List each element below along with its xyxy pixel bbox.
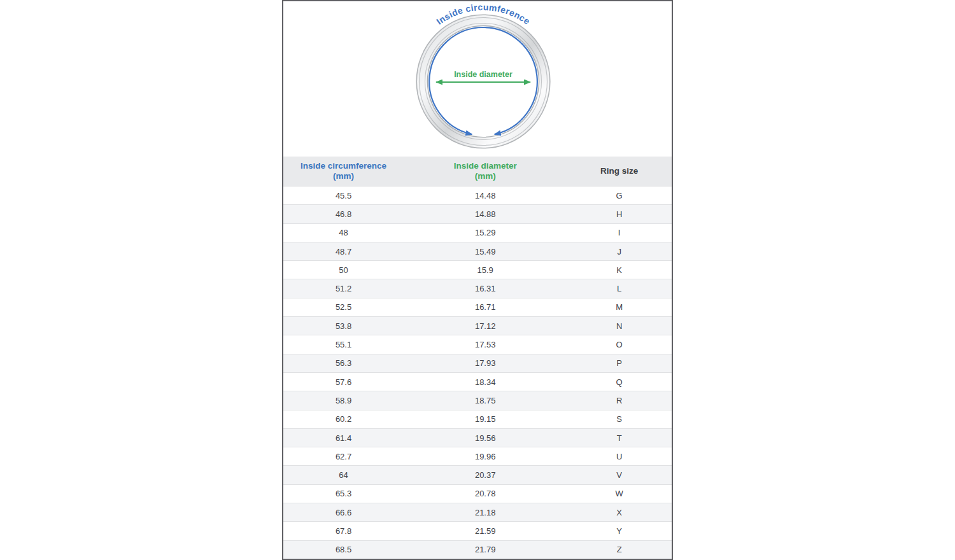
cell-ring-size: P bbox=[567, 354, 672, 372]
cell-inside-diameter: 17.12 bbox=[404, 317, 567, 335]
table-row: 46.8 14.88 H bbox=[283, 205, 672, 223]
cell-inside-diameter: 17.93 bbox=[404, 354, 567, 372]
cell-ring-size: T bbox=[567, 428, 672, 447]
cell-inside-diameter: 18.75 bbox=[404, 391, 567, 410]
cell-inside-circumference: 68.5 bbox=[283, 540, 404, 559]
cell-inside-diameter: 16.71 bbox=[404, 298, 567, 316]
cell-inside-circumference: 60.2 bbox=[283, 410, 404, 428]
cell-inside-circumference: 58.9 bbox=[283, 391, 404, 410]
table-row: 50 15.9 K bbox=[283, 261, 672, 279]
cell-ring-size: Z bbox=[567, 540, 672, 559]
table-row: 62.7 19.96 U bbox=[283, 447, 672, 466]
cell-inside-circumference: 67.8 bbox=[283, 522, 404, 540]
cell-ring-size: Y bbox=[567, 522, 672, 540]
cell-ring-size: H bbox=[567, 205, 672, 223]
cell-inside-circumference: 61.4 bbox=[283, 428, 404, 447]
cell-inside-circumference: 57.6 bbox=[283, 372, 404, 391]
table-row: 48 15.29 I bbox=[283, 223, 672, 242]
table-row: 52.5 16.71 M bbox=[283, 298, 672, 316]
cell-inside-diameter: 21.79 bbox=[404, 540, 567, 559]
cell-ring-size: I bbox=[567, 223, 672, 242]
cell-ring-size: G bbox=[567, 186, 672, 205]
header-inside-circumference: Inside circumference (mm) bbox=[283, 157, 404, 186]
cell-inside-circumference: 53.8 bbox=[283, 317, 404, 335]
cell-ring-size: U bbox=[567, 447, 672, 466]
cell-ring-size: V bbox=[567, 466, 672, 484]
table-row: 66.6 21.18 X bbox=[283, 503, 672, 522]
cell-inside-diameter: 21.18 bbox=[404, 503, 567, 522]
cell-inside-circumference: 48 bbox=[283, 223, 404, 242]
cell-inside-diameter: 19.56 bbox=[404, 428, 567, 447]
cell-ring-size: W bbox=[567, 484, 672, 503]
table-body: 45.5 14.48 G 46.8 14.88 H 48 15.29 I 48.… bbox=[283, 186, 672, 559]
table-row: 61.4 19.56 T bbox=[283, 428, 672, 447]
header-ring-size: Ring size bbox=[567, 157, 672, 186]
cell-inside-diameter: 14.48 bbox=[404, 186, 567, 205]
table-header-row: Inside circumference (mm) Inside diamete… bbox=[283, 157, 672, 186]
cell-ring-size: J bbox=[567, 242, 672, 260]
cell-inside-diameter: 20.37 bbox=[404, 466, 567, 484]
cell-inside-diameter: 19.15 bbox=[404, 410, 567, 428]
cell-inside-circumference: 55.1 bbox=[283, 335, 404, 354]
table-row: 64 20.37 V bbox=[283, 466, 672, 484]
cell-inside-circumference: 50 bbox=[283, 261, 404, 279]
cell-inside-diameter: 15.29 bbox=[404, 223, 567, 242]
cell-ring-size: O bbox=[567, 335, 672, 354]
cell-ring-size: M bbox=[567, 298, 672, 316]
cell-inside-circumference: 46.8 bbox=[283, 205, 404, 223]
cell-inside-circumference: 65.3 bbox=[283, 484, 404, 503]
content-frame: Inside diameter Inside circumference Ins… bbox=[282, 0, 673, 560]
cell-inside-diameter: 15.49 bbox=[404, 242, 567, 260]
cell-ring-size: L bbox=[567, 279, 672, 298]
table-row: 65.3 20.78 W bbox=[283, 484, 672, 503]
cell-inside-circumference: 51.2 bbox=[283, 279, 404, 298]
table-row: 45.5 14.48 G bbox=[283, 186, 672, 205]
cell-inside-circumference: 45.5 bbox=[283, 186, 404, 205]
diameter-label: Inside diameter bbox=[454, 70, 513, 79]
table-row: 60.2 19.15 S bbox=[283, 410, 672, 428]
cell-inside-circumference: 64 bbox=[283, 466, 404, 484]
table-row: 48.7 15.49 J bbox=[283, 242, 672, 260]
table-row: 57.6 18.34 Q bbox=[283, 372, 672, 391]
cell-inside-circumference: 48.7 bbox=[283, 242, 404, 260]
table-row: 55.1 17.53 O bbox=[283, 335, 672, 354]
cell-inside-diameter: 20.78 bbox=[404, 484, 567, 503]
cell-inside-diameter: 18.34 bbox=[404, 372, 567, 391]
circumference-arc bbox=[429, 27, 537, 134]
table-row: 58.9 18.75 R bbox=[283, 391, 672, 410]
cell-ring-size: X bbox=[567, 503, 672, 522]
cell-ring-size: K bbox=[567, 261, 672, 279]
table-row: 56.3 17.93 P bbox=[283, 354, 672, 372]
table-row: 68.5 21.79 Z bbox=[283, 540, 672, 559]
ring-diagram: Inside diameter Inside circumference bbox=[283, 1, 672, 157]
ring-size-table: Inside circumference (mm) Inside diamete… bbox=[283, 157, 672, 559]
cell-inside-circumference: 56.3 bbox=[283, 354, 404, 372]
cell-inside-circumference: 52.5 bbox=[283, 298, 404, 316]
cell-ring-size: Q bbox=[567, 372, 672, 391]
table-row: 51.2 16.31 L bbox=[283, 279, 672, 298]
cell-inside-diameter: 19.96 bbox=[404, 447, 567, 466]
cell-inside-circumference: 66.6 bbox=[283, 503, 404, 522]
cell-inside-diameter: 17.53 bbox=[404, 335, 567, 354]
cell-ring-size: S bbox=[567, 410, 672, 428]
cell-inside-diameter: 15.9 bbox=[404, 261, 567, 279]
table-row: 67.8 21.59 Y bbox=[283, 522, 672, 540]
cell-ring-size: R bbox=[567, 391, 672, 410]
table-row: 53.8 17.12 N bbox=[283, 317, 672, 335]
header-inside-diameter: Inside diameter (mm) bbox=[404, 157, 567, 186]
cell-inside-diameter: 21.59 bbox=[404, 522, 567, 540]
cell-inside-circumference: 62.7 bbox=[283, 447, 404, 466]
cell-inside-diameter: 14.88 bbox=[404, 205, 567, 223]
cell-inside-diameter: 16.31 bbox=[404, 279, 567, 298]
ring-diagram-svg: Inside diameter Inside circumference bbox=[283, 1, 672, 157]
cell-ring-size: N bbox=[567, 317, 672, 335]
